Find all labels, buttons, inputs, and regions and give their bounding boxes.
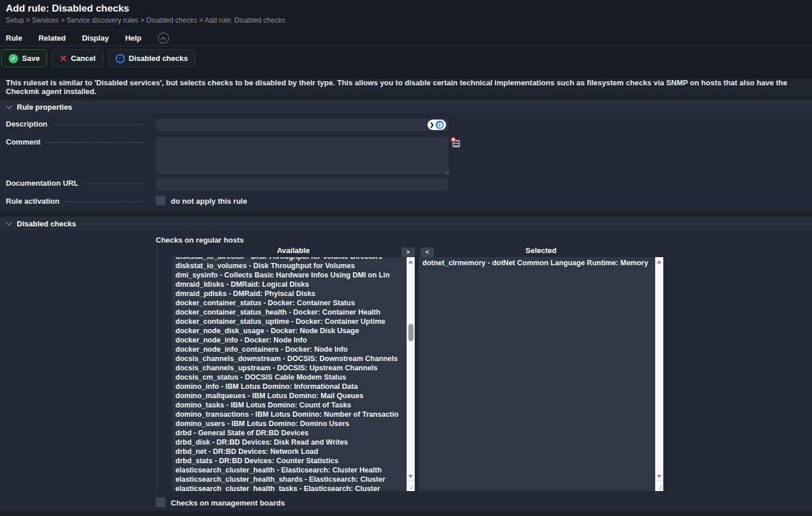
menu-item[interactable]: Rule (6, 34, 22, 42)
available-list-item[interactable]: docker_container_status_health - Docker:… (172, 308, 407, 317)
documentation-url-input[interactable] (156, 178, 448, 190)
available-list-item[interactable]: docker_node_info - Docker: Node Info (172, 335, 407, 345)
disabled-checks-context-button[interactable]: ↑ Disabled checks (108, 49, 196, 67)
checks-regular-hosts-label: Checks on regular hosts (156, 236, 244, 244)
scroll-down-arrow-icon[interactable] (655, 472, 663, 481)
save-button-label: Save (22, 54, 39, 63)
cancel-button-label: Cancel (71, 54, 96, 63)
available-list-item[interactable]: domino_transactions - IBM Lotus Domino: … (172, 410, 407, 419)
scroll-up-arrow-icon[interactable] (407, 257, 415, 266)
available-list-item[interactable]: domino_mailqueues - IBM Lotus Domino: Ma… (172, 391, 407, 400)
available-list-item[interactable]: elasticsearch_cluster_health_tasks - Ela… (172, 484, 407, 491)
available-list-item[interactable]: elasticsearch_cluster_health - Elasticse… (172, 466, 407, 475)
available-list-item[interactable]: dmi_sysinfo - Collects Basic Hardware In… (172, 270, 407, 280)
selected-scrollbar[interactable] (655, 257, 663, 491)
available-list-item[interactable]: docsis_channels_downstream - DOCSIS: Dow… (172, 354, 407, 363)
selected-listbox[interactable]: dotnet_clrmemory - dotNet Common Languag… (419, 257, 663, 491)
menu-item[interactable]: Related (38, 34, 66, 42)
available-list-item[interactable]: domino_tasks - IBM Lotus Domino: Count o… (172, 400, 407, 410)
bottom-strip (0, 511, 812, 516)
available-listbox[interactable]: diskstat_io_director - Disk Throughput f… (172, 257, 415, 491)
action-button-row: ✓ Save ✕ Cancel ↑ Disabled checks (0, 49, 195, 68)
available-list-item[interactable]: docsis_cm_status - DOCSIS Cable Modem St… (172, 373, 407, 382)
available-scrollbar[interactable] (407, 257, 415, 491)
available-list-item[interactable]: elasticsearch_cluster_health_shards - El… (172, 475, 407, 484)
section-body-rule-properties: Description ❯ Comment Documentation URL … (0, 114, 812, 210)
management-boards-checkbox[interactable] (156, 497, 166, 507)
available-list-item[interactable]: dmraid_pdisks - DMRaid: Phyiscal Disks (172, 289, 407, 298)
page-title: Add rule: Disabled checks (6, 3, 130, 15)
comment-textarea[interactable] (156, 137, 448, 174)
available-list-item[interactable]: drbd_stats - DR:BD Devices: Counter Stat… (172, 456, 407, 466)
available-list-item[interactable]: docker_container_status - Docker: Contai… (172, 298, 407, 308)
rule-activation-label: Rule activation (6, 197, 145, 205)
description-input[interactable] (156, 118, 448, 131)
available-list-item[interactable]: domino_info - IBM Lotus Domino: Informat… (172, 382, 407, 391)
breadcrumb[interactable]: Setup > Services > Service discovery rul… (6, 16, 285, 24)
available-list-item[interactable]: domino_users - IBM Lotus Domino: Domino … (172, 419, 407, 428)
label-dots (64, 201, 145, 202)
selected-items: dotnet_clrmemory - dotNet Common Languag… (419, 258, 655, 491)
documentation-url-label: Documentation URL (6, 179, 145, 187)
available-list-item[interactable]: drbd_net - DR:BD Devices: Network Load (172, 447, 407, 456)
available-list-item[interactable]: docker_container_status_uptime - Docker:… (172, 317, 407, 326)
up-arrow-circle-icon: ↑ (116, 54, 125, 63)
available-list-item[interactable]: diskstat_io_volumes - Disk Throughput fo… (172, 261, 407, 270)
available-items: diskstat_io_director - Disk Throughput f… (172, 257, 407, 491)
menu-item[interactable]: Help (125, 34, 141, 42)
do-not-apply-checkbox[interactable] (156, 196, 166, 205)
label-dots (45, 142, 145, 143)
chevron-down-icon (6, 103, 12, 109)
collapse-menu-icon[interactable] (158, 33, 169, 44)
section-title: Disabled checks (17, 219, 76, 228)
context-button-label: Disabled checks (129, 54, 188, 63)
listbox-resize-handle[interactable] (407, 481, 415, 491)
menu-bar: RuleRelatedDisplayHelp (0, 30, 812, 46)
label-dots (83, 183, 145, 184)
do-not-apply-checkbox-label: do not apply this rule (171, 197, 247, 205)
available-list-item[interactable]: docker_node_disk_usage - Docker: Node Di… (172, 326, 407, 335)
chevron-down-icon (6, 220, 12, 226)
available-list-header: Available (172, 246, 415, 255)
available-list-item[interactable]: drbd - General State of DR:BD Devices (172, 428, 407, 438)
label-dots (52, 124, 145, 125)
comment-label: Comment (6, 138, 145, 146)
section-title: Rule properties (17, 103, 72, 111)
menu-item[interactable]: Display (82, 34, 109, 42)
menu-items: RuleRelatedDisplayHelp (6, 34, 142, 42)
available-list-item[interactable]: drbd_disk - DR:BD Devices: Disk Read and… (172, 438, 407, 447)
cancel-x-icon: ✕ (59, 54, 67, 63)
check-circle-icon: ✓ (9, 54, 18, 63)
ruleset-help-text: This ruleset is similar to 'Disabled ser… (0, 78, 812, 96)
selected-list-header: Selected (419, 246, 663, 255)
save-button[interactable]: ✓ Save (1, 49, 47, 67)
scroll-down-arrow-icon[interactable] (407, 472, 415, 481)
selected-list-item[interactable]: dotnet_clrmemory - dotNet Common Languag… (419, 258, 655, 268)
listbox-resize-handle[interactable] (655, 481, 663, 491)
scroll-up-arrow-icon[interactable] (655, 257, 663, 266)
available-list-item[interactable]: diskstat_io_director - Disk Throughput f… (172, 257, 407, 261)
scrollbar-thumb[interactable] (408, 324, 414, 341)
insert-date-badge-icon (451, 137, 456, 142)
cancel-button[interactable]: ✕ Cancel (52, 49, 103, 67)
top-bar: Add rule: Disabled checks Setup > Servic… (0, 0, 812, 78)
password-manager-autofill-icon[interactable]: ❯ (427, 120, 446, 130)
add-rule-page: Add rule: Disabled checks Setup > Servic… (0, 0, 812, 516)
section-header-rule-properties[interactable]: Rule properties (0, 100, 812, 114)
available-list-item[interactable]: dmraid_ldisks - DMRaid: Logical Disks (172, 280, 407, 289)
move-right-button[interactable]: > (401, 247, 415, 257)
available-list-item[interactable]: docker_node_info_containers - Docker: No… (172, 345, 407, 354)
management-boards-checkbox-label: Checks on management boards (171, 499, 285, 507)
value-cell-border (157, 245, 157, 493)
section-header-disabled-checks[interactable]: Disabled checks (0, 216, 812, 230)
description-label: Description (6, 120, 145, 128)
available-list-item[interactable]: docsis_channels_upstream - DOCSIS: Upstr… (172, 363, 407, 373)
